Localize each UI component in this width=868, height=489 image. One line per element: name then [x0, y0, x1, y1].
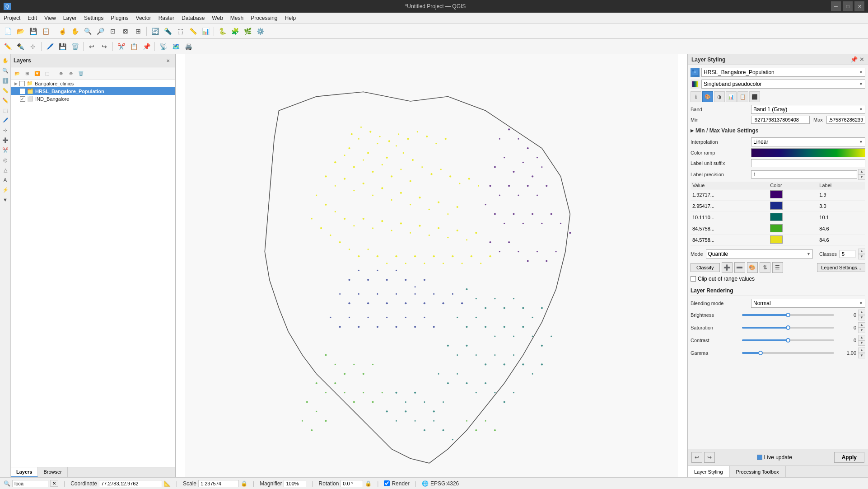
max-input[interactable]	[826, 116, 865, 124]
tab-info[interactable]: ℹ	[691, 91, 701, 102]
sidebar-identify[interactable]: ℹ️	[1, 76, 10, 85]
menu-project[interactable]: Project	[0, 13, 24, 23]
cell-color[interactable]	[768, 235, 817, 246]
zoom-out-button[interactable]: 🔎	[94, 25, 106, 37]
menu-settings[interactable]: Settings	[80, 13, 107, 23]
minimize-button[interactable]: ─	[831, 1, 841, 11]
renderer-dropdown[interactable]: Singleband pseudocolor ▼	[701, 80, 865, 89]
color-ramp-bar[interactable]	[751, 148, 865, 157]
contrast-slider-container[interactable]	[742, 337, 834, 344]
zoom-full-button[interactable]: ⊡	[107, 25, 119, 37]
attribute-button[interactable]: 📊	[200, 25, 211, 37]
redo-styling-button[interactable]: ↪	[704, 452, 715, 463]
mode-dropdown[interactable]: Quantile ▼	[706, 249, 813, 259]
gamma-spin-up[interactable]: ▲	[858, 348, 865, 353]
copy-button[interactable]: 📋	[128, 41, 140, 52]
tab-browser[interactable]: Browser	[38, 467, 67, 477]
classify-button[interactable]: Classify	[691, 263, 720, 272]
menu-vector[interactable]: Vector	[132, 13, 155, 23]
sidebar-zoom[interactable]: 🔍	[1, 66, 10, 75]
min-input[interactable]	[751, 116, 810, 124]
table-row[interactable]: 10.1110... 10.1	[691, 212, 865, 223]
new-project-button[interactable]: 📄	[2, 25, 14, 37]
cell-color[interactable]	[768, 212, 817, 223]
save-as-button[interactable]: 📋	[40, 25, 51, 37]
layer-ind-check[interactable]	[20, 96, 25, 102]
apply-button[interactable]: Apply	[834, 452, 864, 463]
gamma-slider-container[interactable]	[742, 349, 834, 357]
clip-checkbox[interactable]	[691, 276, 696, 282]
menu-layer[interactable]: Layer	[60, 13, 80, 23]
coordinate-input[interactable]	[99, 480, 162, 487]
live-update-checkbox[interactable]	[757, 455, 762, 460]
band-dropdown[interactable]: Band 1 (Gray) ▼	[751, 105, 865, 114]
scale-input[interactable]	[198, 480, 239, 487]
tab-symbology[interactable]: 🎨	[702, 91, 713, 102]
filter-layer-button[interactable]: ⬚	[42, 69, 51, 78]
sidebar-annotate[interactable]: ✏️	[1, 96, 10, 105]
sidebar-label[interactable]: A	[1, 175, 10, 184]
legend-settings-button[interactable]: Legend Settings...	[817, 263, 865, 272]
menu-plugins[interactable]: Plugins	[107, 13, 132, 23]
processing-button[interactable]: ⚙️	[254, 25, 266, 37]
layer-selector-dropdown[interactable]: HRSL_Bangalore_Population ▼	[701, 68, 865, 77]
measure-button[interactable]: 📏	[187, 25, 199, 37]
table-row[interactable]: 84.5758... 84.6	[691, 223, 865, 235]
brightness-spin-up[interactable]: ▲	[858, 310, 865, 315]
classes-spin-up[interactable]: ▲	[858, 249, 865, 254]
plugins-button[interactable]: 🧩	[229, 25, 241, 37]
open-layer-button[interactable]: 📂	[13, 69, 22, 78]
sidebar-split[interactable]: ✂️	[1, 146, 10, 155]
sidebar-extra[interactable]: ▼	[1, 195, 10, 204]
label-unit-input[interactable]	[751, 159, 865, 167]
grass-button[interactable]: 🌿	[242, 25, 253, 37]
close-button[interactable]: ✕	[854, 1, 864, 11]
add-class-button[interactable]: ➕	[722, 262, 733, 273]
sidebar-pan[interactable]: ✋	[1, 56, 10, 65]
menu-processing[interactable]: Processing	[247, 13, 281, 23]
brightness-spin-down[interactable]: ▼	[858, 315, 865, 320]
zoom-in-button[interactable]: 🔍	[82, 25, 93, 37]
cell-color[interactable]	[768, 189, 817, 201]
undo-styling-button[interactable]: ↩	[691, 452, 702, 463]
add-group-button[interactable]: ⊞	[23, 69, 32, 78]
close-panel-button[interactable]: ✕	[859, 56, 864, 63]
classes-spin-down[interactable]: ▼	[858, 254, 865, 259]
identify-button[interactable]: 🔦	[162, 25, 173, 37]
filter-legend-button[interactable]: 🔽	[33, 69, 42, 78]
tab-transparency[interactable]: ◑	[714, 91, 725, 102]
tab-layer-styling[interactable]: Layer Styling	[688, 466, 730, 477]
menu-raster[interactable]: Raster	[155, 13, 178, 23]
cut-button[interactable]: ✂️	[115, 41, 127, 52]
table-row[interactable]: 84.5758... 84.6	[691, 235, 865, 246]
menu-mesh[interactable]: Mesh	[227, 13, 247, 23]
zoom-selection-button[interactable]: ⊞	[132, 25, 144, 37]
menu-help[interactable]: Help	[281, 13, 300, 23]
blending-dropdown[interactable]: Normal ▼	[751, 299, 865, 308]
delete-selected-button[interactable]: 🗑️	[69, 41, 81, 52]
open-button[interactable]: 📂	[14, 25, 26, 37]
sidebar-node[interactable]: ⊹	[1, 126, 10, 135]
layer-hrsl-check[interactable]	[20, 89, 25, 94]
tab-legend[interactable]: ⬛	[749, 91, 760, 102]
print-button[interactable]: 🖨️	[182, 41, 194, 52]
python-button[interactable]: 🐍	[216, 25, 228, 37]
save-button[interactable]: 💾	[27, 25, 39, 37]
label-precision-input[interactable]	[751, 170, 857, 179]
interpolation-dropdown[interactable]: Linear ▼	[751, 137, 865, 146]
saturation-spin-up[interactable]: ▲	[858, 322, 865, 328]
edit-pencil-button[interactable]: ✏️	[2, 41, 14, 52]
menu-database[interactable]: Database	[178, 13, 208, 23]
contrast-spin-down[interactable]: ▼	[858, 340, 865, 346]
rotation-input[interactable]	[341, 480, 363, 487]
pan-button[interactable]: ✋	[69, 25, 81, 37]
sidebar-digitize[interactable]: ◎	[1, 155, 10, 165]
locate-input[interactable]	[12, 480, 48, 487]
sidebar-geom[interactable]: △	[1, 165, 10, 174]
menu-edit[interactable]: Edit	[24, 13, 41, 23]
gps-button[interactable]: 📡	[157, 41, 169, 52]
saturation-spin-down[interactable]: ▼	[858, 328, 865, 333]
tab-histogram[interactable]: 📊	[726, 91, 737, 102]
tab-processing-toolbox[interactable]: Processing Toolbox	[730, 466, 786, 477]
min-max-section-header[interactable]: ▶ Min / Max Value Settings	[691, 126, 865, 136]
